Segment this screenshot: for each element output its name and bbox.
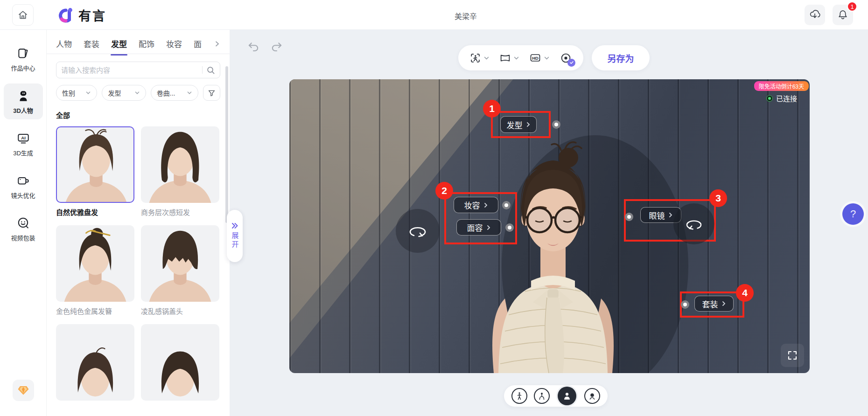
sidebar-item-3d-generate[interactable]: AI 3D生成	[4, 126, 43, 162]
hairstyle-card-2[interactable]: 商务层次感短发	[141, 126, 219, 217]
tabs-overflow-chevron[interactable]	[214, 41, 220, 53]
redo-button[interactable]	[270, 40, 284, 54]
search-input[interactable]	[61, 66, 198, 74]
tab-face[interactable]: 面	[194, 38, 202, 55]
pose-select[interactable]	[469, 52, 490, 64]
filter-hairstyle[interactable]: 发型	[102, 85, 146, 101]
hairstyle-thumbnail	[141, 126, 219, 203]
membership-gem-button[interactable]	[13, 380, 34, 401]
hairstyle-anchor-dot[interactable]	[552, 120, 560, 129]
panel-scrollbar[interactable]	[225, 66, 228, 223]
hairstyle-card-3[interactable]: 金色纯色金属发簪	[56, 225, 134, 316]
panel-expand-button[interactable]: 展开	[227, 210, 243, 262]
filter-row: 性别 发型 卷曲...	[56, 85, 220, 101]
advanced-filter-button[interactable]	[203, 85, 220, 101]
hairstyle-grid: 自然优雅盘发 商务层次感短发	[56, 126, 220, 401]
check-badge-icon	[567, 59, 575, 67]
full-body-view-button[interactable]	[511, 388, 527, 404]
sidebar-item-camera-optimize[interactable]: 镜头优化	[4, 168, 43, 204]
panorama-icon	[499, 52, 511, 64]
hairstyle-label: 金色纯色金属发簪	[56, 306, 134, 316]
app-header: 有言 美梁辛 1	[0, 0, 868, 30]
hairstyle-card-6[interactable]	[141, 324, 219, 401]
chevron-down-icon	[513, 55, 519, 61]
outfit-anchor-dot[interactable]	[681, 300, 689, 309]
person-frame-icon	[469, 52, 481, 64]
logo-text: 有言	[78, 6, 106, 24]
hairstyle-thumbnail	[141, 324, 219, 401]
half-body-view-button[interactable]	[534, 388, 550, 404]
bell-icon	[837, 9, 849, 21]
notifications-button[interactable]: 1	[833, 5, 853, 25]
asset-panel: 人物 套装 发型 配饰 妆容 面 性别 发型	[47, 30, 230, 416]
double-chevron-right-icon	[231, 222, 238, 229]
tab-hairstyle[interactable]: 发型	[111, 38, 127, 55]
promo-badge[interactable]: 限免活动倒计63天	[754, 81, 809, 91]
tab-outfit[interactable]: 套装	[84, 38, 99, 55]
bust-view-halo	[556, 385, 578, 407]
person-3d-icon	[4, 89, 43, 103]
bust-view-button[interactable]	[558, 387, 576, 405]
project-title: 美梁辛	[455, 10, 477, 21]
annotation-2-number: 2	[435, 182, 453, 200]
expand-label: 展开	[230, 232, 240, 250]
funnel-icon	[208, 89, 216, 97]
search-icon[interactable]	[206, 66, 215, 75]
question-mark-icon: ?	[850, 208, 856, 220]
annotation-4-number: 4	[736, 284, 754, 302]
head-view-button[interactable]	[584, 388, 600, 404]
camera-icon	[4, 174, 43, 188]
hairstyle-label: 自然优雅盘发	[56, 207, 134, 217]
hairstyle-label: 商务层次感短发	[141, 207, 219, 217]
outfit-hotspot-button[interactable]: 套装	[694, 296, 734, 312]
sidebar: 作品中心 3D人物 AI 3D生成	[0, 30, 47, 416]
hairstyle-label: 凌乱感锅盖头	[141, 306, 219, 316]
panel-tabs: 人物 套装 发型 配饰 妆容 面	[47, 30, 230, 54]
hairstyle-card-5[interactable]	[56, 324, 134, 401]
logo-icon	[57, 7, 75, 24]
hairstyle-hotspot-button[interactable]: 发型	[500, 116, 537, 133]
home-button[interactable]	[12, 4, 34, 26]
works-icon	[4, 47, 43, 61]
save-as-button[interactable]: 另存为	[592, 45, 650, 70]
chevron-down-icon	[187, 90, 192, 96]
fullscreen-icon	[787, 350, 798, 361]
help-button[interactable]: ?	[842, 203, 864, 225]
search-divider	[202, 66, 203, 74]
sidebar-item-video-package[interactable]: 视频包装	[4, 211, 43, 247]
makeup-hotspot-button[interactable]: 妆容	[454, 197, 498, 213]
undo-button[interactable]	[246, 40, 260, 54]
download-button[interactable]	[805, 5, 825, 25]
hairstyle-thumbnail	[141, 225, 219, 302]
sidebar-item-works-center[interactable]: 作品中心	[4, 41, 43, 77]
viewport-canvas[interactable]: 限免活动倒计63天 已连接 1 发型 2 妆容 面容	[289, 79, 810, 373]
chevron-down-icon	[544, 55, 550, 61]
makeup-anchor-dot[interactable]	[502, 201, 511, 209]
record-toggle[interactable]	[560, 52, 572, 64]
filter-gender[interactable]: 性别	[56, 85, 97, 101]
tab-character[interactable]: 人物	[56, 38, 72, 55]
background-select[interactable]	[499, 52, 519, 64]
filter-curl[interactable]: 卷曲...	[151, 85, 198, 101]
app-logo[interactable]: 有言	[57, 6, 106, 24]
editor-main: HD 另存为	[230, 30, 868, 416]
face-hotspot-button[interactable]: 面容	[456, 219, 501, 236]
sidebar-item-3d-character[interactable]: 3D人物	[4, 83, 43, 119]
rotate-left-button[interactable]	[396, 209, 440, 253]
tab-accessories[interactable]: 配饰	[139, 38, 154, 55]
rotate-right-button[interactable]	[673, 203, 714, 244]
glasses-anchor-dot[interactable]	[625, 213, 633, 221]
tab-makeup[interactable]: 妆容	[166, 38, 182, 55]
hairstyle-card-1[interactable]: 自然优雅盘发	[56, 126, 134, 217]
hairstyle-thumbnail	[56, 324, 134, 401]
face-anchor-dot[interactable]	[505, 223, 514, 232]
chevron-down-icon	[85, 90, 91, 96]
quality-select[interactable]: HD	[529, 52, 550, 64]
svg-text:HD: HD	[532, 55, 539, 61]
framing-toolbar	[504, 385, 608, 407]
notification-badge: 1	[847, 1, 857, 12]
connection-status: 已连接	[766, 93, 797, 103]
hairstyle-card-4[interactable]: 凌乱感锅盖头	[141, 225, 219, 316]
video-package-icon	[4, 216, 43, 230]
fullscreen-button[interactable]	[781, 344, 804, 367]
